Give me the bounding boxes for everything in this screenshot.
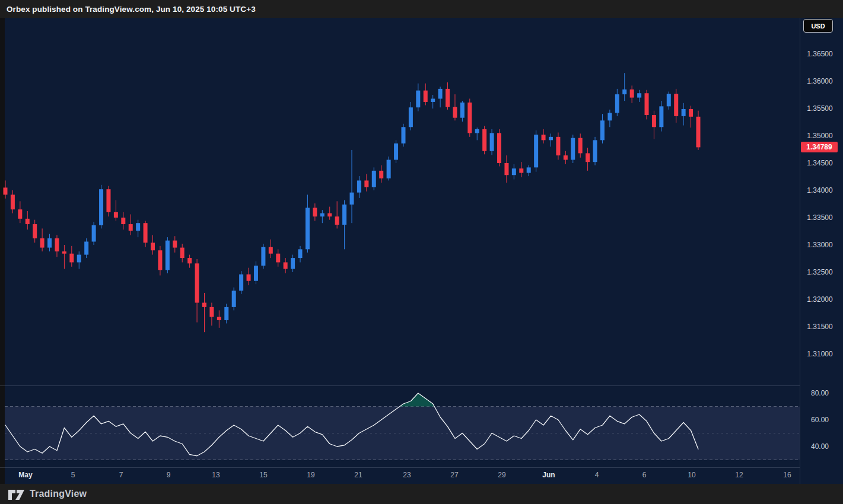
price-axis-tick: 1.34500 [800,159,839,167]
rsi-axis-tick: 60.00 [800,416,839,424]
currency-chip[interactable]: USD [803,19,833,33]
time-axis-tick: May [18,471,32,479]
price-axis-tick: 1.35000 [800,132,839,140]
rsi-indicator-pane[interactable] [0,385,800,467]
publication-title: Orbex published on TradingView.com, Jun … [0,5,256,14]
time-axis-tick: Jun [542,471,555,479]
footer-brand-text[interactable]: TradingView [30,489,87,499]
time-axis-tick: 19 [307,471,314,479]
time-axis-tick: 12 [735,471,743,479]
time-axis-tick: 15 [259,471,267,479]
tradingview-logo-icon[interactable] [8,487,26,500]
price-axis-tick: 1.31000 [800,350,839,358]
time-axis-tick: 16 [783,471,791,479]
tradingview-published-chart: Orbex published on TradingView.com, Jun … [0,0,843,504]
time-axis-tick: 4 [595,471,599,479]
time-axis[interactable]: May57913151921232729Jun46101216 [0,468,800,484]
footer-bar: TradingView [0,484,843,504]
price-axis-tick: 1.33500 [800,213,839,222]
price-axis[interactable]: 1.365001.360001.355001.350001.345001.340… [800,18,843,467]
time-axis-tick: 5 [71,471,75,479]
time-axis-tick: 9 [167,471,171,479]
price-axis-tick: 1.32500 [800,268,839,276]
time-axis-tick: 23 [403,471,411,479]
price-axis-tick: 1.36500 [800,50,839,58]
price-axis-tick: 1.33000 [800,241,839,249]
price-chart-pane[interactable] [0,18,800,385]
price-axis-tick: 1.36000 [800,77,839,85]
time-axis-tick: 6 [642,471,647,479]
time-axis-tick: 27 [450,471,458,479]
price-axis-tick: 1.31500 [800,323,839,331]
time-axis-tick: 7 [119,471,123,479]
rsi-axis-tick: 80.00 [800,389,839,397]
rsi-axis-tick: 40.00 [800,442,839,451]
last-price-badge: 1.34789 [801,142,838,152]
price-axis-tick: 1.35500 [800,104,839,113]
time-axis-tick: 29 [498,471,505,479]
time-axis-tick: 13 [212,471,220,479]
header-bar: Orbex published on TradingView.com, Jun … [0,0,843,18]
pane-separator[interactable] [0,385,800,386]
price-axis-tick: 1.32000 [800,295,839,304]
time-axis-tick: 21 [354,471,362,479]
price-axis-tick: 1.34000 [800,186,839,194]
time-axis-tick: 10 [688,471,695,479]
